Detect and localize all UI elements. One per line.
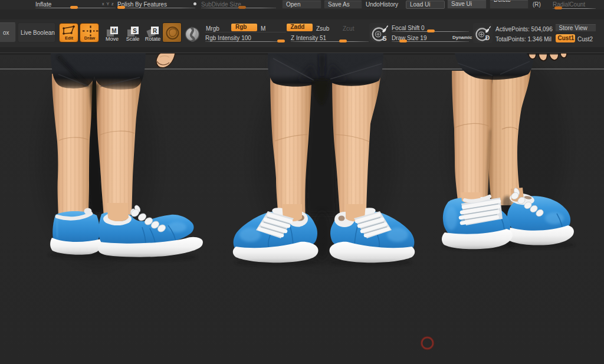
svg-text:M: M bbox=[111, 28, 116, 34]
svg-text:D: D bbox=[485, 35, 490, 41]
svg-text:R: R bbox=[153, 28, 157, 34]
svg-text:Rotate: Rotate bbox=[145, 36, 161, 42]
svg-text:Move: Move bbox=[106, 36, 119, 42]
svg-text:Draw: Draw bbox=[84, 35, 95, 41]
svg-text:S: S bbox=[133, 28, 137, 34]
svg-text:S: S bbox=[382, 35, 386, 42]
svg-text:Scale: Scale bbox=[126, 36, 140, 42]
svg-text:Edit: Edit bbox=[65, 35, 74, 41]
